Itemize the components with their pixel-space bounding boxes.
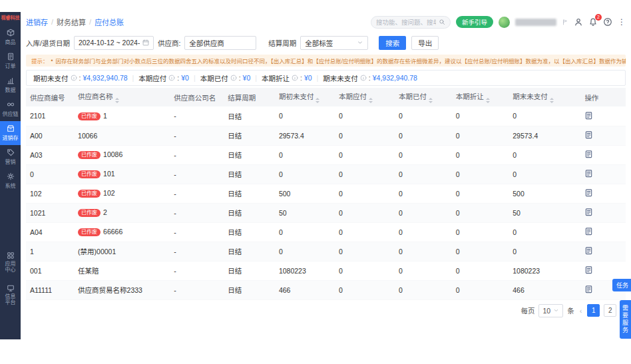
- task-float-button[interactable]: 任务: [612, 279, 631, 291]
- column-header[interactable]: 本期折让: [452, 88, 509, 106]
- supplier-name-cell: 已作废66666: [74, 222, 170, 242]
- summary-item: 本期应付:¥0: [138, 73, 189, 83]
- sort-icon[interactable]: [316, 98, 319, 103]
- notification-bell-icon[interactable]: 2: [588, 17, 598, 27]
- date-range-input[interactable]: [74, 36, 154, 50]
- supplier-filter-input[interactable]: [184, 36, 256, 50]
- sidebar-item-goods[interactable]: 商品: [0, 25, 21, 49]
- summary-label: 本期已付: [200, 73, 228, 83]
- column-header[interactable]: 期末未支付: [509, 88, 580, 106]
- cycle-cell: 日结: [224, 203, 275, 222]
- supplier-name-cell: 10066: [74, 126, 170, 145]
- goods-cube-icon: [7, 29, 15, 37]
- info-icon[interactable]: [71, 75, 77, 81]
- summary-colon: :: [79, 74, 81, 82]
- doc-detail-icon: [584, 208, 593, 216]
- current-payable-cell: 0: [335, 261, 395, 280]
- supplier-code-cell: A03: [26, 145, 74, 164]
- current-payable-cell: 0: [335, 203, 395, 222]
- service-float-button[interactable]: 需要服务: [620, 300, 631, 339]
- supplier-company-cell: -: [170, 184, 224, 203]
- row-detail-button[interactable]: [584, 111, 593, 120]
- row-detail-button[interactable]: [584, 208, 593, 216]
- column-header: 操作: [580, 88, 626, 106]
- summary-value: ¥4,932,940.78: [83, 74, 127, 82]
- sidebar-item-supply[interactable]: 供应链: [0, 97, 21, 121]
- supplier-name-cell: (禁用)00001: [74, 242, 170, 261]
- sort-icon[interactable]: [486, 98, 490, 103]
- row-detail-button[interactable]: [584, 130, 593, 139]
- global-search[interactable]: [371, 16, 451, 29]
- sidebar-item-inventory[interactable]: 进销存: [0, 121, 21, 145]
- avatar[interactable]: [499, 17, 510, 28]
- help-icon[interactable]: [603, 17, 612, 27]
- doc-detail-icon: [584, 246, 593, 255]
- sort-icon[interactable]: [429, 98, 433, 103]
- cycle-cell: 日结: [224, 261, 275, 280]
- order-doc-icon: [7, 53, 15, 61]
- search-button[interactable]: 搜索: [379, 36, 406, 50]
- info-icon[interactable]: [230, 75, 237, 81]
- opening-unpaid-cell: 0: [275, 222, 335, 242]
- guide-button[interactable]: 新手引导: [456, 16, 493, 28]
- app-window: 视睿科技 商品订单数据供应链进销存营销系统 应用中心信息平台 进销存 / 财务结…: [0, 12, 631, 339]
- sort-icon[interactable]: [369, 98, 373, 103]
- breadcrumb-page[interactable]: 应付总账: [95, 17, 124, 27]
- summary-value: ¥0: [181, 74, 189, 82]
- info-icon[interactable]: [360, 75, 367, 81]
- sidebar-item-label: 订单: [5, 62, 16, 69]
- chevron-down-icon: [357, 39, 363, 46]
- page-button-1[interactable]: 1: [587, 304, 600, 317]
- breadcrumb-section[interactable]: 财务结算: [57, 17, 86, 27]
- operation-cell: [580, 261, 626, 280]
- cycle-select[interactable]: 全部标签: [300, 36, 368, 50]
- sidebar-item-data[interactable]: 数据: [0, 73, 21, 97]
- sort-icon[interactable]: [115, 98, 119, 103]
- table-row: A04已作废66666-日结00000: [26, 222, 626, 242]
- contact-icon[interactable]: [574, 17, 583, 27]
- summary-label: 期初未支付: [33, 73, 69, 83]
- breadcrumb-module[interactable]: 进销存: [26, 17, 48, 27]
- column-header[interactable]: 本期已付: [395, 88, 452, 106]
- sidebar-item-label: 信息平台: [5, 293, 16, 306]
- column-header[interactable]: 本期应付: [335, 88, 395, 106]
- cycle-cell: 日结: [224, 222, 275, 242]
- row-detail-button[interactable]: [584, 169, 593, 178]
- supplier-filter-value[interactable]: [189, 39, 252, 47]
- sidebar-item-marketing[interactable]: 营销: [0, 145, 21, 169]
- row-detail-button[interactable]: [584, 150, 593, 158]
- prev-page-button[interactable]: ‹: [578, 307, 584, 315]
- page-button-2[interactable]: 2: [604, 304, 616, 317]
- row-detail-button[interactable]: [584, 266, 593, 274]
- sidebar-item-app-center[interactable]: 应用中心: [0, 252, 21, 273]
- global-search-input[interactable]: [376, 19, 436, 26]
- info-icon[interactable]: [168, 75, 175, 81]
- cycle-cell: 日结: [224, 164, 275, 184]
- export-button[interactable]: 导出: [411, 36, 439, 50]
- opening-unpaid-cell: 0: [275, 164, 335, 184]
- more-icon[interactable]: ⋮: [618, 18, 626, 26]
- closing-unpaid-cell: 50: [509, 203, 580, 222]
- summary-separator: |: [194, 74, 196, 82]
- sidebar-item-label: 进销存: [3, 134, 19, 141]
- column-header[interactable]: 供应商名称: [74, 88, 170, 106]
- row-detail-button[interactable]: [584, 227, 593, 236]
- row-detail-button[interactable]: [584, 285, 593, 293]
- summary-item: 本期已付:¥0: [200, 73, 251, 83]
- date-range-value[interactable]: [79, 39, 140, 47]
- sort-icon[interactable]: [550, 98, 554, 103]
- system-gear-icon: [7, 172, 15, 180]
- info-icon[interactable]: [292, 75, 298, 81]
- supplier-company-cell: -: [170, 203, 224, 222]
- per-page-select[interactable]: 10: [538, 304, 563, 317]
- column-header[interactable]: 期初未支付: [275, 88, 335, 106]
- row-detail-button[interactable]: [584, 188, 593, 197]
- date-filter-label: 入库/退货日期: [26, 38, 70, 48]
- sidebar-item-info-platform[interactable]: 信息平台: [0, 284, 21, 306]
- sidebar-item-orders[interactable]: 订单: [0, 49, 21, 73]
- row-detail-button[interactable]: [584, 246, 593, 255]
- sidebar-item-system[interactable]: 系统: [0, 169, 21, 193]
- summary-value: ¥4,932,940.78: [373, 74, 417, 82]
- cycle-cell: 日结: [224, 242, 275, 261]
- doc-detail-icon: [584, 111, 593, 120]
